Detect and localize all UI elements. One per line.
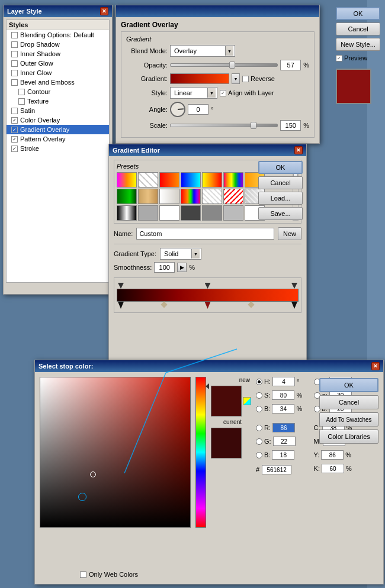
opacity-thumb[interactable]	[229, 62, 235, 69]
k-input[interactable]	[322, 464, 344, 473]
web-colors-checkbox[interactable]	[80, 571, 86, 578]
blend-mode-select[interactable]: Overlay ▼	[170, 45, 235, 57]
gradient-bar[interactable]	[117, 289, 299, 302]
r-input[interactable]	[272, 423, 295, 432]
opacity-stop-right[interactable]	[291, 283, 297, 289]
style-checkbox[interactable]	[11, 117, 18, 124]
scale-slider[interactable]	[170, 124, 278, 127]
style-checkbox[interactable]	[11, 70, 18, 76]
preview-checkbox[interactable]	[336, 55, 342, 62]
gradient-type-select[interactable]: Solid ▼	[160, 248, 201, 260]
color-stop-right[interactable]	[291, 302, 297, 309]
style-checkbox[interactable]	[11, 136, 18, 143]
style-item[interactable]: Inner Shadow	[7, 49, 109, 59]
opacity-input[interactable]: 57	[280, 60, 301, 70]
cancel-button[interactable]: Cancel	[336, 22, 380, 35]
color-stop-left[interactable]	[118, 302, 124, 309]
ge-ok-button[interactable]: OK	[258, 161, 303, 174]
style-checkbox[interactable]	[11, 127, 18, 133]
add-to-swatches-button[interactable]: Add To Swatches	[319, 412, 378, 427]
g-radio[interactable]	[256, 438, 262, 445]
ge-name-input[interactable]: Custom	[136, 228, 274, 240]
swatch-icon[interactable]	[243, 397, 251, 405]
preset-swatch[interactable]	[159, 172, 179, 188]
ge-cancel-button[interactable]: Cancel	[258, 176, 303, 189]
opacity-slider[interactable]	[170, 63, 278, 67]
s-input[interactable]	[272, 390, 294, 400]
preset-swatch[interactable]	[223, 172, 243, 188]
gradient-overlay-item[interactable]: Gradient Overlay	[7, 125, 109, 134]
style-checkbox[interactable]	[11, 79, 18, 86]
smoothness-input[interactable]	[154, 262, 175, 273]
style-item[interactable]: Blending Options: Default	[7, 30, 109, 40]
color-stop-active[interactable]	[205, 302, 211, 309]
angle-dial[interactable]	[170, 102, 185, 117]
style-item[interactable]: Inner Glow	[7, 68, 109, 77]
style-item[interactable]: Outer Glow	[7, 59, 109, 68]
blend-mode-arrow[interactable]: ▼	[225, 46, 233, 56]
style-checkbox[interactable]	[11, 32, 18, 38]
preset-swatch[interactable]	[138, 205, 158, 221]
style-checkbox[interactable]	[11, 41, 18, 48]
style-item[interactable]: Color Overlay	[7, 115, 109, 125]
r-radio[interactable]	[256, 425, 262, 431]
style-item[interactable]: Texture	[7, 96, 109, 106]
style-checkbox[interactable]	[18, 98, 25, 105]
scale-thumb[interactable]	[251, 122, 256, 129]
preset-swatch[interactable]	[159, 205, 179, 221]
sc-cancel-button[interactable]: Cancel	[319, 395, 378, 409]
ok-button[interactable]: OK	[336, 7, 380, 20]
new-style-button[interactable]: New Style...	[336, 38, 380, 51]
preset-swatch[interactable]	[181, 172, 201, 188]
gradient-preview[interactable]	[170, 73, 229, 84]
preset-swatch[interactable]	[138, 189, 158, 204]
preset-swatch[interactable]	[202, 172, 222, 188]
preset-swatch[interactable]	[117, 172, 137, 188]
reverse-checkbox[interactable]	[242, 76, 249, 82]
preset-swatch[interactable]	[138, 172, 158, 188]
style-item[interactable]: Pattern Overlay	[7, 134, 109, 144]
style-item[interactable]: Stroke	[7, 144, 109, 153]
gradient-editor-close[interactable]: ✕	[294, 146, 303, 154]
style-item[interactable]: Drop Shadow	[7, 40, 109, 49]
style-checkbox[interactable]	[11, 146, 18, 152]
blue-input[interactable]	[272, 450, 294, 460]
preset-swatch[interactable]	[181, 189, 201, 204]
style-checkbox[interactable]	[11, 108, 18, 114]
b-radio[interactable]	[256, 406, 262, 412]
preset-swatch[interactable]	[117, 205, 137, 221]
opacity-stop-left[interactable]	[118, 283, 124, 289]
preset-swatch[interactable]	[181, 205, 201, 221]
style-checkbox[interactable]	[11, 60, 18, 67]
select-stop-close[interactable]: ✕	[371, 362, 380, 370]
scale-input[interactable]	[280, 120, 301, 131]
preset-swatch[interactable]	[223, 189, 243, 204]
style-arrow[interactable]: ▼	[207, 88, 216, 98]
align-layer-checkbox[interactable]	[220, 90, 226, 96]
color-stop-diamond[interactable]	[161, 301, 168, 308]
gradient-type-arrow[interactable]: ▼	[191, 249, 200, 259]
style-item[interactable]: Contour	[7, 87, 109, 96]
h-input[interactable]	[272, 377, 295, 386]
ge-load-button[interactable]: Load...	[258, 192, 303, 205]
hex-input[interactable]	[262, 465, 291, 474]
hue-strip[interactable]	[195, 377, 206, 528]
s-radio[interactable]	[256, 392, 262, 399]
style-checkbox[interactable]	[18, 89, 25, 95]
style-checkbox[interactable]	[11, 51, 18, 57]
layer-style-close[interactable]: ✕	[100, 7, 108, 15]
sc-ok-button[interactable]: OK	[319, 378, 378, 392]
preset-swatch[interactable]	[117, 189, 137, 204]
gradient-dropdown-arrow[interactable]: ▼	[232, 73, 240, 84]
style-item[interactable]: Satin	[7, 106, 109, 115]
blue-radio[interactable]	[256, 452, 262, 458]
color-libraries-button[interactable]: Color Libraries	[319, 429, 378, 444]
opacity-stop-mid[interactable]	[205, 283, 211, 289]
g-input[interactable]	[273, 437, 296, 446]
color-field[interactable]	[40, 377, 191, 528]
angle-input[interactable]	[188, 104, 208, 115]
smoothness-stepper[interactable]: ▶	[177, 263, 187, 272]
y-input[interactable]	[321, 450, 344, 460]
color-stop-diamond-2[interactable]	[248, 301, 254, 308]
h-radio[interactable]	[256, 379, 262, 385]
